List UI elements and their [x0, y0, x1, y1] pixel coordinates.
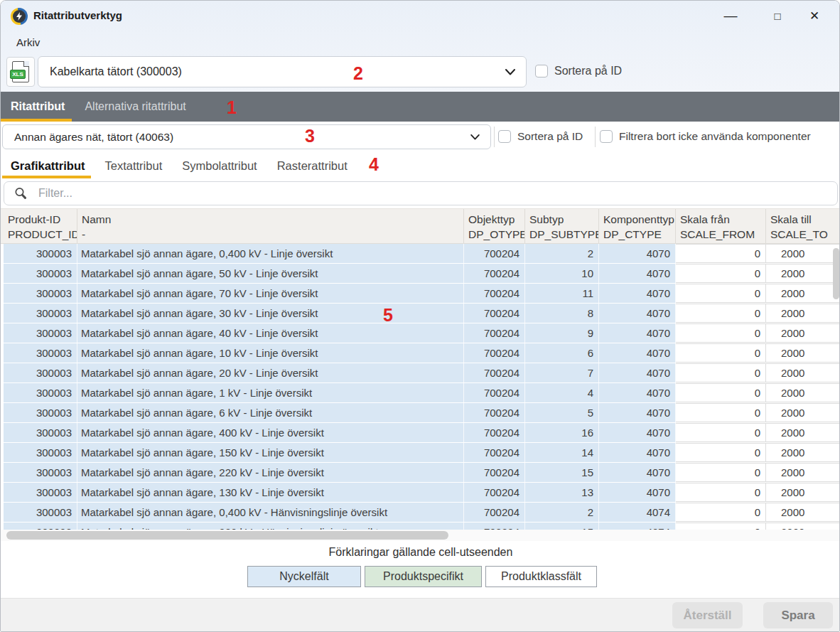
cell-objekttyp: 700204	[464, 503, 525, 522]
table-row[interactable]: 300003 Matarkabel sjö annan ägare, 1 kV …	[4, 383, 840, 402]
cell-skala-till[interactable]: 2000	[766, 523, 840, 530]
table-row[interactable]: 300003 Matarkabel sjö annan ägare, 400 k…	[4, 423, 840, 442]
cell-subtyp: 6	[525, 343, 599, 363]
minimize-button[interactable]: —	[714, 1, 747, 31]
footer-bar: Återställ Spara	[1, 598, 840, 632]
cell-skala-till[interactable]: 2000	[766, 423, 840, 442]
tab-alternativa-ritattribut[interactable]: Alternativa ritattribut	[75, 92, 195, 122]
menu-arkiv[interactable]: Arkiv	[16, 36, 40, 48]
table-row[interactable]: 300003 Matarkabel sjö annan ägare, 70 kV…	[4, 284, 840, 303]
app-window: Ritattributverktyg — □ ✕ Arkiv XLS Kabel…	[0, 0, 840, 632]
cell-skala-till[interactable]: 2000	[766, 463, 840, 482]
table-row[interactable]: 300003 Matarkabel sjö annan ägare, 10 kV…	[4, 343, 840, 363]
cell-product-id: 300003	[4, 463, 77, 482]
close-button[interactable]: ✕	[798, 1, 831, 31]
cell-skala-fran[interactable]: 0	[676, 483, 766, 502]
cell-skala-fran[interactable]: 0	[676, 383, 766, 402]
table-row[interactable]: 300003 Matarkabel sjö annan ägare, 0,400…	[4, 244, 840, 263]
sort-by-id-top-checkbox[interactable]	[535, 65, 548, 77]
cell-skala-till[interactable]: 2000	[766, 284, 840, 303]
cell-name: Matarkabel sjö annan ägare, 220 kV - Hän…	[77, 523, 464, 530]
filter-unused-checkbox[interactable]	[600, 130, 613, 143]
cell-skala-till[interactable]: 2000	[766, 363, 840, 382]
tab-grafikattribut[interactable]: Grafikattribut	[1, 151, 95, 180]
save-button[interactable]: Spara	[763, 602, 833, 628]
cell-skala-fran[interactable]: 0	[676, 244, 766, 263]
cell-skala-till[interactable]: 2000	[766, 443, 840, 462]
tab-symbolattribut[interactable]: Symbolattribut	[172, 151, 266, 180]
table-row[interactable]: 300003 Matarkabel sjö annan ägare, 220 k…	[4, 523, 840, 530]
filter-input[interactable]	[38, 187, 837, 200]
table-row[interactable]: 300003 Matarkabel sjö annan ägare, 150 k…	[4, 443, 840, 462]
cell-name: Matarkabel sjö annan ägare, 30 kV - Linj…	[77, 304, 464, 323]
product-combobox[interactable]: Annan ägares nät, tätort (40063)	[2, 124, 491, 149]
cell-skala-fran[interactable]: 0	[676, 503, 766, 522]
cell-name: Matarkabel sjö annan ägare, 1 kV - Linje…	[77, 383, 464, 402]
cell-product-id: 300003	[4, 483, 77, 502]
table-row[interactable]: 300003 Matarkabel sjö annan ägare, 30 kV…	[4, 304, 840, 323]
table-row[interactable]: 300003 Matarkabel sjö annan ägare, 50 kV…	[4, 264, 840, 283]
table-row[interactable]: 300003 Matarkabel sjö annan ägare, 130 k…	[4, 483, 840, 502]
cell-komponenttyp: 4070	[599, 443, 676, 462]
cell-skala-till[interactable]: 2000	[766, 383, 840, 402]
cell-subtyp: 14	[525, 443, 599, 462]
tab-textattribut[interactable]: Textattribut	[95, 151, 173, 180]
cell-skala-fran[interactable]: 0	[676, 323, 766, 343]
table-row[interactable]: 300003 Matarkabel sjö annan ägare, 20 kV…	[4, 363, 840, 382]
column-header-komponenttyp[interactable]: Komponenttyp DP_CTYPE	[599, 209, 676, 243]
product-map-combobox[interactable]: Kabelkarta tätort (300003)	[38, 56, 527, 87]
table-row[interactable]: 300003 Matarkabel sjö annan ägare, 0,400…	[4, 503, 840, 522]
column-header-skala-till[interactable]: Skala till SCALE_TO	[766, 209, 840, 243]
cell-name: Matarkabel sjö annan ägare, 50 kV - Linj…	[77, 264, 464, 283]
cell-skala-fran[interactable]: 0	[676, 423, 766, 442]
column-header-product-id[interactable]: Produkt-ID PRODUCT_ID	[4, 209, 77, 243]
cell-skala-till[interactable]: 2000	[766, 323, 840, 343]
vertical-scrollbar-thumb[interactable]	[833, 248, 839, 299]
cell-name: Matarkabel sjö annan ägare, 70 kV - Linj…	[77, 284, 464, 303]
attribute-tab-bar: Grafikattribut Textattribut Symbolattrib…	[1, 151, 840, 180]
table-row[interactable]: 300003 Matarkabel sjö annan ägare, 6 kV …	[4, 403, 840, 422]
cell-subtyp: 15	[525, 523, 599, 530]
cell-subtyp: 10	[525, 264, 599, 283]
cell-skala-till[interactable]: 2000	[766, 264, 840, 283]
cell-skala-till[interactable]: 2000	[766, 403, 840, 422]
legend-key-field: Nyckelfält	[247, 566, 361, 587]
cell-komponenttyp: 4070	[599, 363, 676, 382]
cell-skala-fran[interactable]: 0	[676, 403, 766, 422]
cell-skala-fran[interactable]: 0	[676, 284, 766, 303]
cell-skala-fran[interactable]: 0	[676, 463, 766, 482]
column-header-skala-fran[interactable]: Skala från SCALE_FROM	[676, 209, 766, 243]
cell-skala-fran[interactable]: 0	[676, 304, 766, 323]
cell-skala-fran[interactable]: 0	[676, 343, 766, 363]
reset-button[interactable]: Återställ	[672, 602, 743, 628]
tab-rasterattribut[interactable]: Rasterattribut	[267, 151, 357, 180]
cell-komponenttyp: 4070	[599, 463, 676, 482]
table-row[interactable]: 300003 Matarkabel sjö annan ägare, 40 kV…	[4, 323, 840, 343]
xls-file-icon: XLS	[12, 61, 29, 82]
cell-skala-fran[interactable]: 0	[676, 264, 766, 283]
cell-skala-till[interactable]: 2000	[766, 304, 840, 323]
cell-product-id: 300003	[4, 244, 77, 263]
horizontal-scrollbar[interactable]	[1, 530, 840, 541]
cell-name: Matarkabel sjö annan ägare, 40 kV - Linj…	[77, 323, 464, 343]
maximize-button[interactable]: □	[761, 1, 794, 31]
table-body: 300003 Matarkabel sjö annan ägare, 0,400…	[1, 244, 840, 530]
sort-by-id-product-checkbox[interactable]	[498, 130, 511, 143]
export-xls-button[interactable]: XLS	[6, 57, 35, 87]
table-row[interactable]: 300003 Matarkabel sjö annan ägare, 220 k…	[4, 463, 840, 482]
cell-product-id: 300003	[4, 264, 77, 283]
cell-skala-fran[interactable]: 0	[676, 443, 766, 462]
column-header-namn[interactable]: Namn -	[77, 209, 464, 243]
cell-skala-till[interactable]: 2000	[766, 343, 840, 363]
sort-by-id-top-label: Sortera på ID	[554, 65, 622, 77]
column-header-objekttyp[interactable]: Objekttyp DP_OTYPE	[464, 209, 525, 243]
cell-skala-till[interactable]: 2000	[766, 483, 840, 502]
cell-komponenttyp: 4070	[599, 343, 676, 363]
cell-skala-till[interactable]: 2000	[766, 244, 840, 263]
cell-skala-till[interactable]: 2000	[766, 503, 840, 522]
column-header-subtyp[interactable]: Subtyp DP_SUBTYPE	[525, 209, 599, 243]
horizontal-scrollbar-thumb[interactable]	[6, 531, 448, 540]
cell-skala-fran[interactable]: 0	[676, 363, 766, 382]
tab-ritattribut[interactable]: Ritattribut	[1, 92, 75, 122]
cell-skala-fran[interactable]: 0	[676, 523, 766, 530]
